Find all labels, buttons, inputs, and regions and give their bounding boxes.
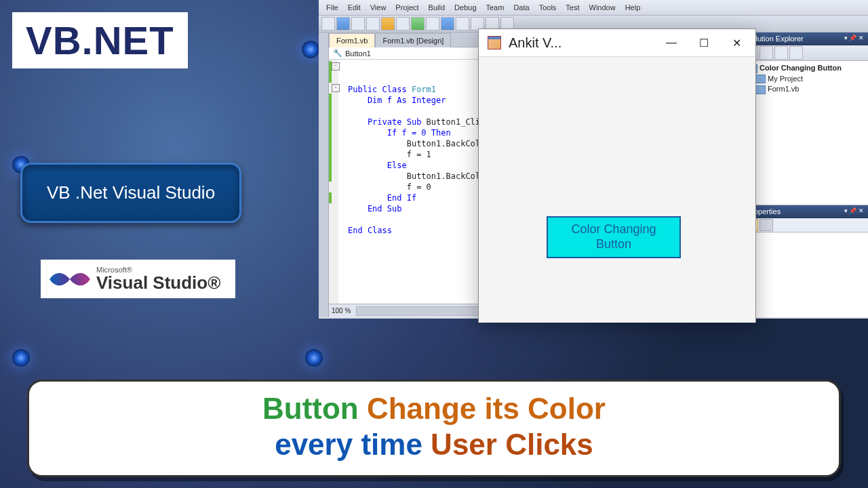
prop-az-button[interactable] (760, 219, 773, 231)
toolbar-button[interactable] (396, 17, 410, 30)
properties-header: Properties ▾ 📌 ✕ (743, 205, 868, 218)
ide-left-gutter (319, 33, 329, 317)
pin-icon[interactable]: ▾ 📌 ✕ (844, 207, 864, 216)
tab-form1-design[interactable]: Form1.vb [Design] (375, 33, 451, 47)
caption-word: Change its Color (367, 392, 606, 425)
menu-tools[interactable]: Tools (534, 1, 561, 14)
pin-icon[interactable]: ▾ 📌 ✕ (844, 35, 864, 43)
toolbar-button[interactable] (441, 17, 454, 30)
toolbar-button[interactable] (426, 17, 439, 30)
se-tool-button[interactable] (774, 46, 788, 60)
vb-file-icon (755, 85, 766, 94)
toolbar-button[interactable] (381, 17, 395, 30)
menu-file[interactable]: File (321, 1, 343, 14)
maximize-button[interactable]: ☐ (688, 30, 720, 55)
vs-label: Visual Studio® (96, 274, 220, 291)
toolbar-button[interactable] (321, 17, 335, 30)
toolbar-button[interactable] (351, 17, 365, 30)
menu-test[interactable]: Test (561, 1, 584, 14)
tree-my-project[interactable]: My Project (745, 74, 866, 85)
bg-node (302, 41, 319, 58)
member-label: Button1 (345, 49, 371, 58)
properties-toolbar (743, 218, 868, 232)
ide-menubar: File Edit View Project Build Debug Team … (319, 0, 868, 16)
running-form-window: Ankit V... — ☐ ✕ Color Changing Button (478, 28, 756, 323)
infinity-icon (49, 267, 91, 291)
solution-explorer-toolbar (743, 45, 868, 61)
menu-help[interactable]: Help (620, 1, 646, 14)
menu-project[interactable]: Project (391, 1, 423, 14)
bg-node (305, 349, 323, 367)
toolbar-button[interactable] (456, 17, 469, 30)
toolbar-button[interactable] (336, 17, 350, 30)
bg-node (12, 349, 30, 367)
caption-word: Button (262, 392, 359, 425)
menu-window[interactable]: Window (585, 1, 620, 14)
visual-studio-logo: Microsoft® Visual Studio® (41, 260, 235, 298)
folder-icon (755, 75, 766, 83)
minimize-button[interactable]: — (655, 30, 688, 55)
close-button[interactable]: ✕ (720, 30, 753, 55)
solution-tree: Color Changing Button My Project Form1.v… (743, 61, 868, 97)
form-app-icon (487, 35, 502, 50)
menu-data[interactable]: Data (509, 1, 534, 14)
menu-edit[interactable]: Edit (343, 1, 366, 14)
se-tool-button[interactable] (760, 46, 773, 60)
color-changing-button[interactable]: Color Changing Button (547, 216, 681, 258)
solution-root[interactable]: Color Changing Button (745, 63, 866, 74)
menu-view[interactable]: View (366, 1, 391, 14)
solution-explorer-header: Solution Explorer ▾ 📌 ✕ (743, 33, 868, 45)
properties-grid[interactable] (743, 232, 868, 317)
wrench-icon: 🔧 (333, 49, 342, 58)
video-caption: Button Change its Color every time User … (27, 380, 841, 477)
toolbar-button[interactable] (411, 17, 425, 30)
form-titlebar[interactable]: Ankit V... — ☐ ✕ (479, 29, 755, 57)
toolbar-button[interactable] (366, 17, 380, 30)
tree-form1[interactable]: Form1.vb (745, 84, 866, 95)
menu-team[interactable]: Team (481, 1, 509, 14)
form-title-text: Ankit V... (509, 35, 655, 51)
zoom-level[interactable]: 100 % (332, 307, 351, 314)
menu-build[interactable]: Build (424, 1, 450, 14)
caption-word: every time (275, 428, 422, 461)
subtitle-pill: VB .Net Visual Studio (20, 163, 241, 223)
form-client-area: Color Changing Button (479, 57, 755, 323)
se-tool-button[interactable] (789, 46, 803, 60)
vbnet-logo: VB.NET (12, 12, 188, 68)
menu-debug[interactable]: Debug (450, 1, 481, 14)
tab-form1-vb[interactable]: Form1.vb (329, 33, 375, 47)
caption-word: User Clicks (431, 428, 593, 461)
